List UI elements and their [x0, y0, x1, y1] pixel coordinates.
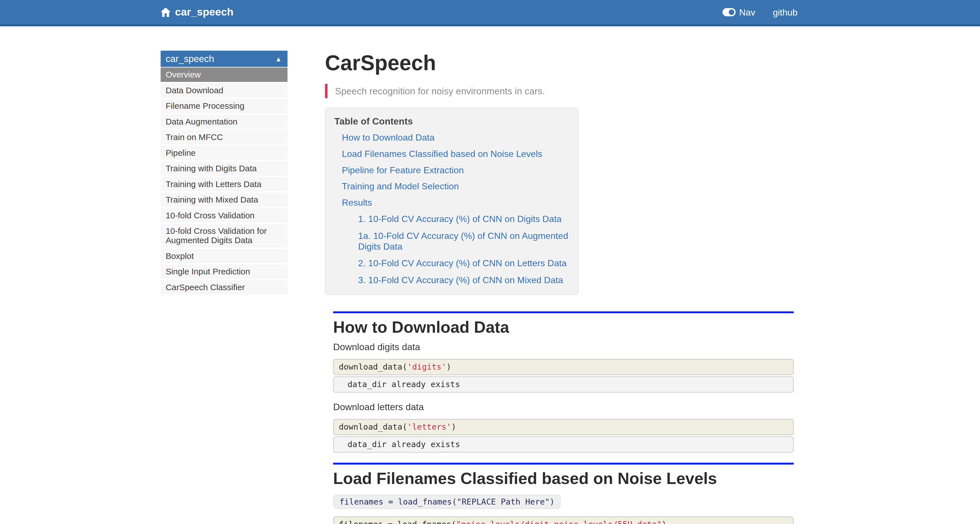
toc-link-pipeline[interactable]: Pipeline for Feature Extraction — [342, 165, 570, 175]
home-icon — [161, 8, 171, 17]
sidebar-item-training-digits[interactable]: Training with Digits Data — [161, 161, 288, 176]
nav-toggle-button[interactable]: Nav — [722, 7, 755, 18]
brand-label: car_speech — [175, 6, 234, 18]
toc-sublink-letters[interactable]: 2. 10-Fold CV Accuracy (%) of CNN on Let… — [358, 258, 570, 269]
sidebar-item-data-augmentation[interactable]: Data Augmentation — [161, 115, 288, 129]
top-navbar: car_speech Nav github — [0, 0, 980, 26]
section-how-to-download: How to Download Data Download digits dat… — [333, 311, 794, 453]
output-download-digits: data_dir already exists — [333, 376, 794, 393]
toc-link-how-to-download[interactable]: How to Download Data — [342, 133, 570, 143]
output-download-letters: data_dir already exists — [333, 436, 794, 453]
code-token-string: 'digits' — [407, 362, 446, 371]
sidebar-item-data-download[interactable]: Data Download — [161, 83, 288, 97]
section-load-filenames: Load Filenames Classified based on Noise… — [333, 463, 794, 524]
toc-link-training-model-selection[interactable]: Training and Model Selection — [342, 182, 570, 191]
sidebar-item-pipeline[interactable]: Pipeline — [161, 146, 288, 160]
code-cell-download-letters: download_data('letters') — [333, 419, 794, 435]
page-subtitle-quote: Speech recognition for noisy environment… — [325, 84, 794, 98]
section-heading-load-filenames: Load Filenames Classified based on Noise… — [333, 469, 794, 488]
sidebar-item-train-on-mfcc[interactable]: Train on MFCC — [161, 130, 288, 145]
sidebar-item-carspeech-classifier[interactable]: CarSpeech Classifier — [161, 280, 288, 295]
sidebar-item-filename-processing[interactable]: Filename Processing — [161, 99, 288, 113]
sidebar-item-10fold-cv[interactable]: 10-fold Cross Validation — [161, 208, 288, 223]
sidebar-item-single-input-prediction[interactable]: Single Input Prediction — [161, 264, 288, 279]
section-divider — [333, 311, 794, 313]
toc-sublink-augmented-digits[interactable]: 1a. 10-Fold CV Accuracy (%) of CNN on Au… — [358, 231, 570, 252]
sidebar-item-overview[interactable]: Overview — [161, 68, 288, 82]
code-token: filenames = load_fnames( — [339, 519, 456, 524]
sidebar-item-training-mixed[interactable]: Training with Mixed Data — [161, 193, 288, 207]
table-of-contents: Table of Contents How to Download Data L… — [325, 108, 579, 295]
page-title: CarSpeech — [325, 50, 794, 75]
page-subtitle: Speech recognition for noisy environment… — [335, 86, 545, 96]
collapse-triangle-icon: ▲ — [275, 54, 282, 64]
paragraph-download-digits: Download digits data — [333, 342, 794, 351]
toc-link-load-filenames[interactable]: Load Filenames Classified based on Noise… — [342, 149, 570, 159]
inline-code-load-fnames: filenames = load_fnames("REPLACE Path He… — [333, 495, 561, 509]
code-cell-load-fnames: filenames = load_fnames("noise_levels/di… — [333, 516, 794, 524]
toc-sublink-digits[interactable]: 1. 10-Fold CV Accuracy (%) of CNN on Dig… — [358, 214, 570, 225]
code-token: download_data( — [339, 422, 407, 431]
sidebar-item-10fold-cv-augmented[interactable]: 10-fold Cross Validation for Augmented D… — [161, 224, 288, 248]
code-token-string: 'letters' — [407, 422, 451, 431]
toc-sublink-mixed[interactable]: 3. 10-Fold CV Accuracy (%) of CNN on Mix… — [358, 275, 570, 286]
code-token: ) — [451, 422, 456, 431]
code-token: download_data( — [339, 362, 407, 371]
sidebar-header[interactable]: car_speech ▲ — [161, 51, 288, 67]
section-divider — [333, 463, 794, 465]
code-cell-download-digits: download_data('digits') — [333, 359, 794, 375]
page: car_speech Nav github car_speech ▲ Overv… — [0, 0, 980, 524]
code-token-string: "noise_levels/digit_noise_levels/55U.dat… — [456, 519, 662, 524]
section-heading-download: How to Download Data — [333, 317, 794, 336]
toc-link-results[interactable]: Results — [342, 197, 570, 208]
sidebar-item-boxplot[interactable]: Boxplot — [161, 249, 288, 263]
toc-title: Table of Contents — [334, 116, 569, 126]
sidebar-item-training-letters[interactable]: Training with Letters Data — [161, 177, 288, 191]
main-content: CarSpeech Speech recognition for noisy e… — [325, 50, 794, 524]
nav-toggle-label: Nav — [739, 7, 755, 18]
github-link[interactable]: github — [773, 7, 797, 18]
code-token: ) — [662, 519, 666, 524]
sidebar: car_speech ▲ Overview Data Download File… — [161, 51, 288, 296]
code-token: ) — [446, 362, 451, 371]
brand-home-link[interactable]: car_speech — [161, 0, 234, 24]
paragraph-download-letters: Download letters data — [333, 402, 794, 411]
toggle-icon — [722, 8, 735, 16]
sidebar-header-label: car_speech — [165, 53, 214, 64]
